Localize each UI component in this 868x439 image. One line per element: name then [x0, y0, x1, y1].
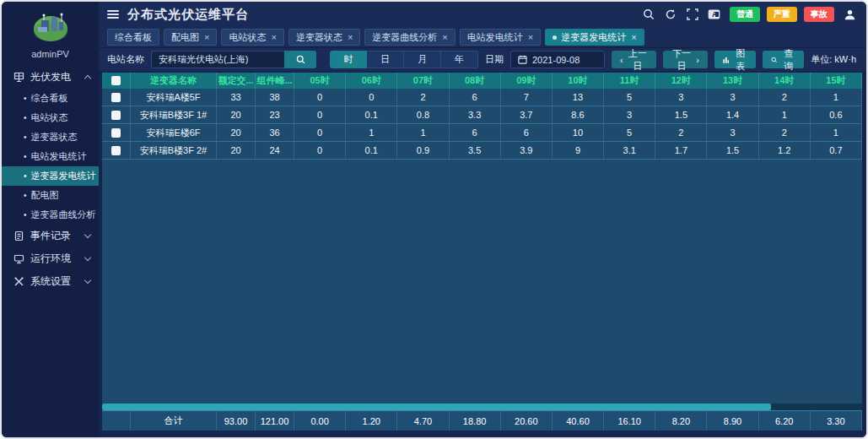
- alarm-badge-2[interactable]: 事故: [804, 7, 834, 22]
- tab-label: 电站状态: [229, 31, 266, 44]
- select-all-checkbox[interactable]: [111, 76, 121, 85]
- total-value-cell-4: 4.70: [397, 411, 449, 431]
- station-name-input[interactable]: [151, 51, 284, 68]
- tab-逆变器发电统计[interactable]: 逆变器发电统计×: [545, 29, 644, 46]
- period-option-时[interactable]: 时: [330, 51, 367, 68]
- sidebar-item-综合看板[interactable]: •综合看板: [2, 89, 99, 108]
- tab-label: 配电图: [171, 31, 199, 44]
- row-checkbox[interactable]: [111, 128, 121, 138]
- user-avatar-icon[interactable]: [844, 8, 856, 21]
- magnifier-icon: [771, 56, 778, 64]
- value-cell-10: 3: [707, 89, 758, 106]
- value-cell-8: 5: [604, 89, 655, 106]
- total-value-cell-5: 18.80: [450, 411, 501, 431]
- prev-day-button[interactable]: ‹ 上一日: [612, 51, 656, 68]
- menu-toggle-icon[interactable]: [107, 10, 119, 19]
- tab-逆变器状态[interactable]: 逆变器状态×: [288, 29, 360, 46]
- sidebar-item-label: 电站发电统计: [31, 150, 87, 163]
- value-cell-1: 38: [256, 89, 294, 106]
- next-day-button[interactable]: 下一日 ›: [663, 51, 708, 68]
- env-icon: [13, 253, 24, 264]
- tab-电站状态[interactable]: 电站状态×: [221, 29, 283, 46]
- search-icon[interactable]: [642, 8, 655, 21]
- table-total-row: 合计93.00121.000.001.204.7018.8020.6040.60…: [102, 410, 862, 431]
- sidebar-item-label: 逆变器状态: [31, 131, 78, 144]
- date-picker[interactable]: 2021-09-08: [510, 51, 605, 68]
- top-right-tools: A 普通严重事故: [642, 7, 856, 22]
- sidebar-group-事件记录[interactable]: 事件记录: [2, 225, 99, 247]
- sidebar-item-电站发电统计[interactable]: •电站发电统计: [2, 147, 99, 166]
- inverter-name-cell: 安科瑞A楼5F: [131, 89, 217, 106]
- value-cell-6: 6: [501, 124, 553, 141]
- sidebar-item-逆变器发电统计[interactable]: •逆变器发电统计: [2, 166, 99, 186]
- fullscreen-icon[interactable]: [686, 8, 698, 21]
- translate-icon[interactable]: A: [708, 8, 720, 21]
- total-label-cell: 合计: [131, 411, 217, 431]
- inverter-name-cell: 安科瑞B楼3F 2#: [131, 142, 217, 159]
- total-value-cell-1: 121.00: [256, 411, 294, 431]
- value-cell-12: 0.6: [811, 106, 862, 123]
- tab-close-icon[interactable]: ×: [204, 33, 209, 42]
- alarm-badge-1[interactable]: 严重: [767, 7, 797, 22]
- header-checkbox-cell: [102, 73, 131, 89]
- sidebar-group-运行环境[interactable]: 运行环境: [2, 247, 99, 270]
- value-cell-8: 3.1: [604, 142, 655, 159]
- column-header-2: 组件峰...: [256, 73, 294, 89]
- bullet-icon: •: [24, 171, 27, 181]
- top-bar: 分布式光伏运维平台 A 普通严重事故: [99, 2, 866, 27]
- period-option-月[interactable]: 月: [404, 51, 441, 68]
- sidebar-item-逆变器曲线分析[interactable]: •逆变器曲线分析: [2, 205, 99, 225]
- refresh-icon[interactable]: [664, 8, 677, 21]
- alarm-badge-0[interactable]: 普通: [730, 7, 760, 22]
- value-cell-9: 3: [655, 89, 707, 106]
- bullet-icon: •: [24, 113, 27, 122]
- sidebar-item-配电图[interactable]: •配电图: [2, 186, 99, 205]
- value-cell-2: 0: [294, 124, 346, 141]
- tab-逆变器曲线分析[interactable]: 逆变器曲线分析×: [364, 29, 455, 46]
- row-checkbox[interactable]: [111, 111, 121, 120]
- tab-close-icon[interactable]: ×: [271, 33, 276, 42]
- station-search-group: [151, 51, 316, 68]
- column-header-4: 06时: [346, 73, 397, 89]
- total-value-cell-10: 8.90: [707, 411, 758, 431]
- column-header-1: 额定交...: [217, 73, 256, 89]
- scrollbar-thumb[interactable]: [102, 404, 771, 410]
- chart-button[interactable]: 图表: [714, 51, 756, 68]
- chevron-down-icon: [84, 231, 91, 238]
- sidebar-item-电站状态[interactable]: •电站状态: [2, 108, 99, 127]
- period-option-日[interactable]: 日: [367, 51, 404, 68]
- horizontal-scrollbar[interactable]: [102, 404, 862, 410]
- value-cell-5: 3.5: [450, 142, 501, 159]
- tab-综合看板[interactable]: 综合看板: [107, 29, 159, 46]
- tab-电站发电统计[interactable]: 电站发电统计×: [460, 29, 541, 46]
- tab-close-icon[interactable]: ×: [528, 33, 533, 42]
- sidebar-item-label: 逆变器发电统计: [31, 170, 96, 182]
- tab-label: 逆变器发电统计: [561, 31, 626, 44]
- sidebar-group-光伏发电[interactable]: 光伏发电: [2, 66, 99, 89]
- value-cell-7: 9: [553, 142, 604, 159]
- sidebar-item-逆变器状态[interactable]: •逆变器状态: [2, 127, 99, 147]
- column-header-12: 14时: [759, 73, 811, 89]
- row-checkbox[interactable]: [111, 146, 121, 155]
- chevron-up-icon: [84, 75, 91, 82]
- station-search-button[interactable]: [284, 51, 316, 68]
- total-value-cell-8: 16.10: [604, 411, 655, 431]
- total-value-cell-2: 0.00: [294, 411, 346, 431]
- date-label: 日期: [485, 53, 504, 66]
- tab-close-icon[interactable]: ×: [348, 33, 353, 42]
- active-tab-dot-icon: [553, 35, 557, 40]
- value-cell-3: 0: [346, 89, 397, 106]
- tab-配电图[interactable]: 配电图×: [164, 29, 217, 46]
- chevron-down-icon: [84, 254, 91, 261]
- sidebar-group-label: 光伏发电: [30, 70, 85, 84]
- value-cell-4: 0.8: [397, 106, 449, 123]
- main-area: 分布式光伏运维平台 A 普通严重事故: [99, 2, 866, 437]
- sidebar-group-系统设置[interactable]: 系统设置: [2, 270, 99, 293]
- period-option-年[interactable]: 年: [441, 51, 478, 68]
- query-button[interactable]: 查询: [763, 51, 804, 68]
- tab-close-icon[interactable]: ×: [442, 33, 447, 42]
- value-cell-3: 0.1: [346, 142, 397, 159]
- row-checkbox[interactable]: [111, 93, 121, 102]
- chevron-left-icon: ‹: [620, 55, 623, 65]
- tab-close-icon[interactable]: ×: [631, 33, 636, 42]
